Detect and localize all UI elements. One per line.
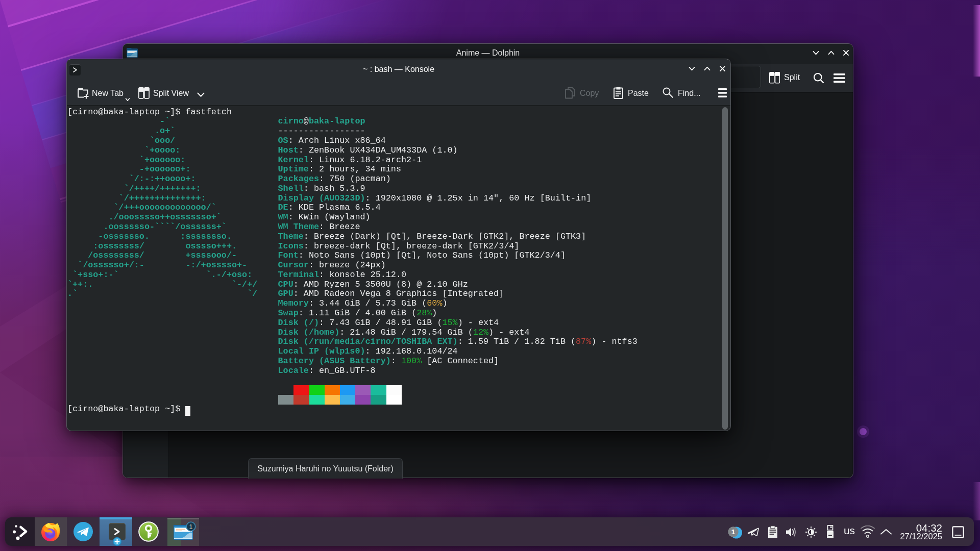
svg-text:1: 1: [731, 528, 736, 536]
svg-text:1: 1: [189, 523, 193, 531]
